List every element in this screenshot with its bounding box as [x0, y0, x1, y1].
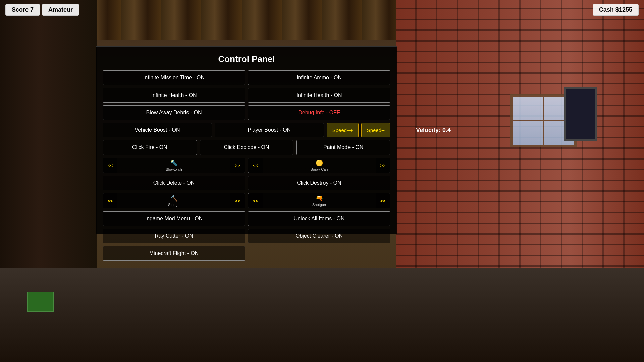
- tv-screen: [564, 87, 597, 141]
- window-frame-v: [543, 97, 544, 145]
- click-fire-button[interactable]: Click Fire - ON: [103, 140, 197, 155]
- left-weapon-next-button[interactable]: >>: [230, 158, 245, 173]
- right-weapon-next-button[interactable]: >>: [376, 158, 390, 173]
- row-11: Minecraft Flight - ON: [103, 246, 390, 261]
- shotgun-label: Shotgun: [312, 203, 326, 207]
- click-destroy-button[interactable]: Click Destroy - ON: [248, 176, 390, 190]
- paint-mode-button[interactable]: Paint Mode - ON: [296, 140, 390, 155]
- row-9: Ingame Mod Menu - ON Unlock All Items - …: [103, 211, 390, 226]
- velocity-display: Velocity: 0.4: [416, 127, 451, 134]
- right-weapon-selector-2: << 🔫 Shotgun >>: [248, 193, 390, 208]
- blowtorch-icon: 🔦: [170, 159, 178, 167]
- prev-arrow-icon: <<: [108, 163, 113, 168]
- row-4: Vehicle Boost - ON Player Boost - ON Spe…: [103, 123, 390, 137]
- hud-top-left: Score 7 Amateur: [5, 4, 79, 16]
- row-6-weapons: << 🔦 Blowtorch >> << 🟡 Spray Can: [103, 158, 390, 173]
- prev-arrow-icon-2: <<: [253, 163, 258, 168]
- ray-cutter-button[interactable]: Ray Cutter - ON: [103, 229, 245, 243]
- green-box: [27, 292, 54, 312]
- debug-info-button[interactable]: Debug Info - OFF: [248, 105, 390, 120]
- prev-arrow-icon-4: <<: [253, 198, 258, 203]
- next-arrow-icon: >>: [235, 163, 240, 168]
- left-weapon2-next-button[interactable]: >>: [230, 193, 245, 208]
- rank-badge: Amateur: [42, 4, 79, 16]
- minecraft-flight-button[interactable]: Minecraft Flight - ON: [103, 246, 245, 261]
- panel-grid: Infinite Mission Time - ON Infinite Ammo…: [96, 70, 397, 261]
- next-arrow-icon-3: >>: [235, 198, 240, 203]
- blow-away-debris-button[interactable]: Blow Away Debris - ON: [103, 105, 245, 120]
- row-2: Infinite Health - ON Infinite Health - O…: [103, 88, 390, 103]
- cash-badge: Cash $1255: [593, 4, 639, 16]
- left-weapon2-prev-button[interactable]: <<: [103, 193, 117, 208]
- row-7: Click Delete - ON Click Destroy - ON: [103, 176, 390, 190]
- score-badge: Score 7: [5, 4, 40, 16]
- sledge-label: Sledge: [168, 203, 179, 207]
- right-weapon-display: 🟡 Spray Can: [263, 159, 376, 171]
- panel-title: Control Panel: [96, 47, 397, 70]
- left-weapon-selector-2: << 🔨 Sledge >>: [103, 193, 245, 208]
- infinite-ammo-button[interactable]: Infinite Ammo - ON: [248, 70, 390, 85]
- left-weapon-selector: << 🔦 Blowtorch >>: [103, 158, 245, 173]
- spray-can-icon: 🟡: [316, 159, 323, 167]
- ingame-mod-menu-button[interactable]: Ingame Mod Menu - ON: [103, 211, 245, 226]
- right-weapon2-display: 🔫 Shotgun: [263, 195, 376, 207]
- hud-top-right: Cash $1255: [593, 4, 639, 16]
- infinite-health-2-button[interactable]: Infinite Health - ON: [248, 88, 390, 103]
- right-weapon-selector: << 🟡 Spray Can >>: [248, 158, 390, 173]
- sledge-icon: 🔨: [170, 195, 178, 202]
- right-weapon2-next-button[interactable]: >>: [376, 193, 390, 208]
- vehicle-boost-button[interactable]: Vehicle Boost - ON: [103, 123, 212, 137]
- right-weapon2-prev-button[interactable]: <<: [248, 193, 263, 208]
- row-8-weapons: << 🔨 Sledge >> << 🔫 Shotgun: [103, 193, 390, 208]
- player-boost-button[interactable]: Player Boost - ON: [215, 123, 324, 137]
- right-weapon-prev-button[interactable]: <<: [248, 158, 263, 173]
- control-panel: Control Panel Infinite Mission Time - ON…: [96, 46, 397, 234]
- row-10: Ray Cutter - ON Object Clearer - ON: [103, 229, 390, 243]
- speed-mm-button[interactable]: Speed--: [361, 123, 390, 137]
- next-arrow-icon-2: >>: [380, 163, 385, 168]
- floor: [0, 268, 644, 362]
- left-weapon-prev-button[interactable]: <<: [103, 158, 117, 173]
- click-explode-button[interactable]: Click Explode - ON: [200, 140, 294, 155]
- blowtorch-label: Blowtorch: [166, 167, 182, 171]
- infinite-health-1-button[interactable]: Infinite Health - ON: [103, 88, 245, 103]
- spray-can-label: Spray Can: [311, 167, 328, 171]
- left-weapon2-display: 🔨 Sledge: [117, 195, 230, 207]
- row-3: Blow Away Debris - ON Debug Info - OFF: [103, 105, 390, 120]
- object-clearer-button[interactable]: Object Clearer - ON: [248, 229, 390, 243]
- row-1: Infinite Mission Time - ON Infinite Ammo…: [103, 70, 390, 85]
- speed-pp-button[interactable]: Speed++: [327, 123, 359, 137]
- unlock-all-items-button[interactable]: Unlock All Items - ON: [248, 211, 390, 226]
- next-arrow-icon-4: >>: [380, 198, 385, 203]
- infinite-mission-time-button[interactable]: Infinite Mission Time - ON: [103, 70, 245, 85]
- left-weapon-display: 🔦 Blowtorch: [117, 159, 230, 171]
- click-delete-button[interactable]: Click Delete - ON: [103, 176, 245, 190]
- shotgun-icon: 🔫: [316, 195, 323, 202]
- prev-arrow-icon-3: <<: [108, 198, 113, 203]
- row-5: Click Fire - ON Click Explode - ON Paint…: [103, 140, 390, 155]
